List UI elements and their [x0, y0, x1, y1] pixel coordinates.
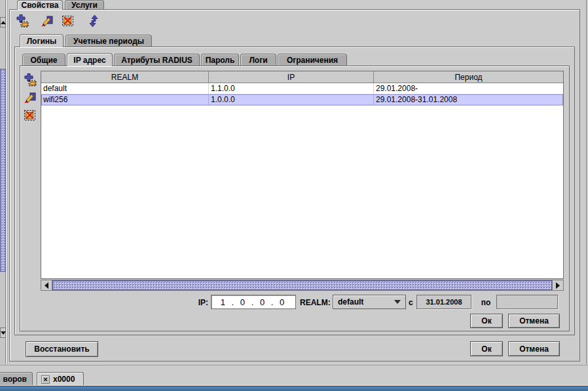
from-label: с	[409, 298, 415, 307]
bottom-tab-active[interactable]: × x0000	[37, 372, 84, 386]
form-ok-button[interactable]: Ок	[470, 314, 503, 328]
edit-icon	[24, 91, 37, 104]
tab-logs[interactable]: Логи	[240, 54, 276, 65]
add-icon	[16, 14, 29, 28]
scroll-left-button[interactable]	[41, 280, 52, 290]
refresh-icon	[87, 14, 100, 28]
cell-realm: wifi256	[41, 94, 209, 105]
cell-ip: 1.0.0.0	[209, 94, 374, 105]
tab-general-label: Общие	[31, 56, 58, 65]
toolbar-delete-button[interactable]	[62, 14, 75, 28]
column-header-period-label: Период	[454, 73, 482, 82]
toolbar-add-button[interactable]	[16, 14, 29, 28]
cell-period: 29.01.2008-	[374, 83, 563, 94]
cell-period: 29.01.2008-31.01.2008	[374, 94, 563, 105]
bottom-tab-partial[interactable]: воров	[0, 372, 33, 386]
restore-label: Восстановить	[34, 344, 89, 354]
row-delete-button[interactable]	[24, 109, 37, 122]
scroll-down-button[interactable]	[0, 327, 6, 338]
column-header-ip-label: IP	[287, 73, 295, 82]
arrow-right-icon	[556, 282, 560, 289]
date-from-field[interactable]: 31.01.2008	[416, 295, 471, 309]
table-row-selected[interactable]: wifi256 1.0.0.0 29.01.2008-31.01.2008	[41, 94, 563, 105]
toolbar-refresh-button[interactable]	[87, 14, 100, 28]
window-right-edge	[586, 0, 587, 364]
vertical-scrollbar-thumb[interactable]	[0, 69, 6, 272]
tab-accounting-periods[interactable]: Учетные периоды	[65, 35, 152, 47]
column-header-period[interactable]: Период	[374, 71, 563, 83]
tab-restrictions-label: Ограничения	[287, 56, 338, 65]
tab-ip-address[interactable]: IP адрес	[67, 53, 113, 66]
to-label: по	[478, 298, 494, 307]
date-to-field[interactable]	[496, 295, 558, 309]
arrow-left-icon	[45, 282, 48, 289]
footer-cancel-button[interactable]: Отмена	[508, 341, 560, 356]
tab-accounting-periods-label: Учетные периоды	[73, 37, 144, 46]
restore-button[interactable]: Восстановить	[26, 341, 98, 357]
column-header-realm-label: REALM	[111, 73, 138, 82]
toolbar-edit-button[interactable]	[41, 14, 54, 28]
ip-input[interactable]: 1 . 0 . 0 . 0	[211, 295, 296, 309]
bottom-tab-partial-label: воров	[3, 375, 27, 384]
form-ok-label: Ок	[481, 316, 491, 326]
date-from-value: 31.01.2008	[426, 298, 462, 306]
tab-password[interactable]: Пароль	[201, 54, 239, 65]
strip-divider	[0, 365, 588, 365]
edit-icon	[41, 14, 54, 28]
realm-select[interactable]: default	[333, 295, 406, 309]
status-bar	[0, 386, 588, 391]
cell-realm: default	[41, 83, 209, 94]
left-vertical-scrollbar[interactable]	[0, 0, 6, 364]
cell-ip: 1.1.0.0	[209, 83, 374, 94]
table-header-row: REALM IP Период	[41, 71, 563, 83]
row-add-button[interactable]	[24, 73, 37, 86]
scroll-up-button[interactable]	[0, 17, 6, 28]
table-row[interactable]: default 1.1.0.0 29.01.2008-	[41, 83, 563, 94]
add-icon	[24, 73, 37, 86]
tab-logins[interactable]: Логины	[20, 34, 64, 47]
form-cancel-button[interactable]: Отмена	[508, 314, 560, 328]
tab-password-label: Пароль	[206, 56, 235, 65]
tab-properties[interactable]: Свойства	[17, 0, 63, 10]
tab-properties-label: Свойства	[21, 1, 58, 10]
footer-ok-button[interactable]: Ок	[470, 341, 503, 356]
arrow-down-icon	[1, 331, 6, 335]
tab-services-label: Услуги	[71, 1, 98, 10]
panel-divider	[7, 0, 8, 364]
horizontal-scrollbar-thumb[interactable]	[52, 280, 552, 290]
column-header-ip[interactable]: IP	[209, 71, 374, 83]
column-header-realm[interactable]: REALM	[41, 71, 209, 83]
realm-select-value: default	[338, 297, 363, 307]
scroll-right-button[interactable]	[552, 280, 563, 290]
arrow-up-icon	[1, 21, 6, 24]
ip-label: IP:	[187, 298, 208, 307]
chevron-down-icon	[394, 300, 401, 304]
delete-icon	[62, 14, 75, 28]
realm-label: REALM:	[300, 298, 331, 307]
form-cancel-label: Отмена	[519, 316, 549, 326]
tab-logs-label: Логи	[249, 56, 267, 65]
footer-cancel-label: Отмена	[519, 344, 549, 354]
tab-restrictions[interactable]: Ограничения	[278, 54, 347, 65]
tab-logins-label: Логины	[27, 37, 57, 46]
ip-table: REALM IP Период default 1.1.0.0 29.01.20…	[41, 71, 564, 279]
tab-ip-address-label: IP адрес	[73, 56, 105, 65]
ip-input-value: 1 . 0 . 0 . 0	[221, 297, 286, 307]
tab-radius-attributes[interactable]: Атрибуты RADIUS	[114, 54, 200, 65]
bottom-tab-active-label: x0000	[53, 375, 75, 384]
close-icon: ×	[43, 376, 47, 383]
row-edit-button[interactable]	[24, 91, 37, 104]
tab-general[interactable]: Общие	[22, 54, 65, 65]
footer-ok-label: Ок	[481, 344, 491, 354]
app-window: Свойства Услуги Логин	[0, 0, 588, 391]
close-tab-button[interactable]: ×	[41, 375, 50, 384]
tab-services[interactable]: Услуги	[65, 0, 104, 9]
delete-icon	[24, 109, 37, 122]
table-horizontal-scrollbar[interactable]	[41, 280, 564, 291]
tab-radius-attributes-label: Атрибуты RADIUS	[121, 56, 193, 65]
